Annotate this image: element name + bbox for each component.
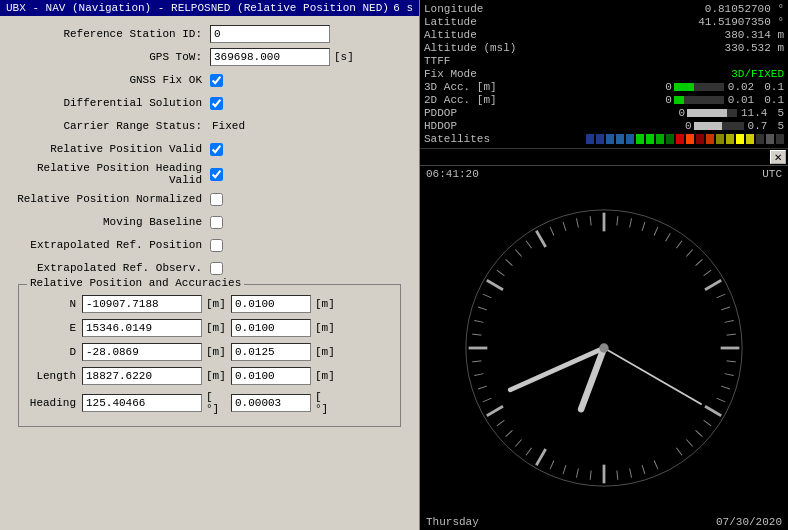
clock-area: 06:41:20 UTC <box>420 166 788 530</box>
d-unit: [m] <box>206 346 231 358</box>
pddop-row: PDDOP 0 11.4 5 <box>424 107 784 119</box>
position-accuracies-group: Relative Position and Accuracies N [m] [… <box>18 284 401 427</box>
sat-block-15 <box>726 134 734 144</box>
heading-acc-input[interactable] <box>231 394 311 412</box>
sat-block-9 <box>666 134 674 144</box>
pddop-bar <box>687 109 727 117</box>
latitude-row: Latitude 41.51907350 ° <box>424 16 784 28</box>
heading-acc-unit: [ °] <box>315 391 340 415</box>
acc3d-val3: 0.1 <box>764 81 784 93</box>
ref-station-input[interactable] <box>210 25 330 43</box>
acc3d-val1: 0 <box>665 81 672 93</box>
gps-tow-input[interactable] <box>210 48 330 66</box>
altitude-row: Altitude 380.314 m <box>424 29 784 41</box>
acc2d-bar-container: 0 0.01 0.1 <box>524 94 784 106</box>
svg-point-61 <box>599 343 608 352</box>
ttff-label: TTFF <box>424 55 524 67</box>
clock-date: 07/30/2020 <box>716 516 782 528</box>
gnss-fix-label: GNSS Fix OK <box>10 74 210 86</box>
n-value-input[interactable] <box>82 295 202 313</box>
longitude-value: 0.81052700 ° <box>524 3 784 15</box>
clock-timezone: UTC <box>762 168 782 180</box>
n-acc-input[interactable] <box>231 295 311 313</box>
time-display: 6 s <box>393 2 413 14</box>
moving-baseline-checkbox[interactable] <box>210 216 223 229</box>
rel-pos-valid-checkbox-wrap <box>210 143 223 156</box>
clock-time: 06:41:20 <box>426 168 479 180</box>
sat-block-7 <box>646 134 654 144</box>
rel-pos-heading-valid-checkbox[interactable] <box>210 168 223 181</box>
acc2d-label: 2D Acc. [m] <box>424 94 524 106</box>
length-label: Length <box>27 370 82 382</box>
heading-value-input[interactable] <box>82 394 202 412</box>
ttff-row: TTFF <box>424 55 784 67</box>
heading-row: Heading [ °] [ °] <box>27 391 392 415</box>
acc3d-bar <box>674 83 694 91</box>
hddop-val1: 0 <box>685 120 692 132</box>
altitude-value: 380.314 m <box>524 29 784 41</box>
acc2d-row: 2D Acc. [m] 0 0.01 0.1 <box>424 94 784 106</box>
length-unit: [m] <box>206 370 231 382</box>
d-label: D <box>27 346 82 358</box>
hddop-val3: 5 <box>777 120 784 132</box>
heading-unit: [ °] <box>206 391 231 415</box>
rel-pos-normalized-checkbox-wrap <box>210 193 223 206</box>
diff-solution-checkbox[interactable] <box>210 97 223 110</box>
pddop-val1: 0 <box>678 107 685 119</box>
moving-baseline-label: Moving Baseline <box>10 216 210 228</box>
gnss-fix-checkbox[interactable] <box>210 74 223 87</box>
sat-block-4 <box>616 134 624 144</box>
diff-solution-label: Differential Solution <box>10 97 210 109</box>
title-bar: UBX - NAV (Navigation) - RELPOSNED (Rela… <box>0 0 419 16</box>
sat-block-20 <box>776 134 784 144</box>
moving-baseline-row: Moving Baseline <box>10 212 409 232</box>
pddop-bar-container: 0 11.4 5 <box>524 107 784 119</box>
carrier-range-label: Carrier Range Status: <box>10 120 210 132</box>
n-unit: [m] <box>206 298 231 310</box>
acc3d-bar-container: 0 0.02 0.1 <box>524 81 784 93</box>
close-button[interactable]: ✕ <box>770 150 786 164</box>
ref-station-label: Reference Station ID: <box>10 28 210 40</box>
rel-pos-heading-valid-label: Relative Position Heading Valid <box>10 162 210 186</box>
sat-block-11 <box>686 134 694 144</box>
n-row: N [m] [m] <box>27 295 392 313</box>
moving-baseline-checkbox-wrap <box>210 216 223 229</box>
e-acc-input[interactable] <box>231 319 311 337</box>
rel-pos-normalized-checkbox[interactable] <box>210 193 223 206</box>
sat-block-13 <box>706 134 714 144</box>
extrap-ref-pos-checkbox[interactable] <box>210 239 223 252</box>
clock-svg <box>464 208 744 488</box>
d-acc-input[interactable] <box>231 343 311 361</box>
hddop-label: HDDOP <box>424 120 524 132</box>
fix-mode-label: Fix Mode <box>424 68 524 80</box>
e-value-input[interactable] <box>82 319 202 337</box>
group-box-title: Relative Position and Accuracies <box>27 277 244 289</box>
window-title: UBX - NAV (Navigation) - RELPOSNED (Rela… <box>6 2 389 14</box>
d-value-input[interactable] <box>82 343 202 361</box>
heading-label: Heading <box>27 397 82 409</box>
pddop-label: PDDOP <box>424 107 524 119</box>
fix-mode-row: Fix Mode 3D/FIXED <box>424 68 784 80</box>
acc3d-row: 3D Acc. [m] 0 0.02 0.1 <box>424 81 784 93</box>
clock-day: Thursday <box>426 516 479 528</box>
rel-pos-valid-label: Relative Position Valid <box>10 143 210 155</box>
extrap-ref-pos-row: Extrapolated Ref. Position <box>10 235 409 255</box>
length-acc-unit: [m] <box>315 370 340 382</box>
sat-block-19 <box>766 134 774 144</box>
extrap-ref-obs-checkbox[interactable] <box>210 262 223 275</box>
n-acc-unit: [m] <box>315 298 340 310</box>
gnss-fix-row: GNSS Fix OK <box>10 70 409 90</box>
rel-pos-valid-checkbox[interactable] <box>210 143 223 156</box>
length-acc-input[interactable] <box>231 367 311 385</box>
sat-block-1 <box>586 134 594 144</box>
length-value-input[interactable] <box>82 367 202 385</box>
form-area: Reference Station ID: GPS ToW: [s] GNSS … <box>0 16 419 530</box>
sat-block-12 <box>696 134 704 144</box>
altitude-msl-label: Altitude (msl) <box>424 42 524 54</box>
acc3d-val2: 0.02 <box>728 81 754 93</box>
sat-block-6 <box>636 134 644 144</box>
diff-solution-row: Differential Solution <box>10 93 409 113</box>
gps-tow-label: GPS ToW: <box>10 51 210 63</box>
extrap-ref-obs-row: Extrapolated Ref. Observ. <box>10 258 409 278</box>
sat-block-18 <box>756 134 764 144</box>
